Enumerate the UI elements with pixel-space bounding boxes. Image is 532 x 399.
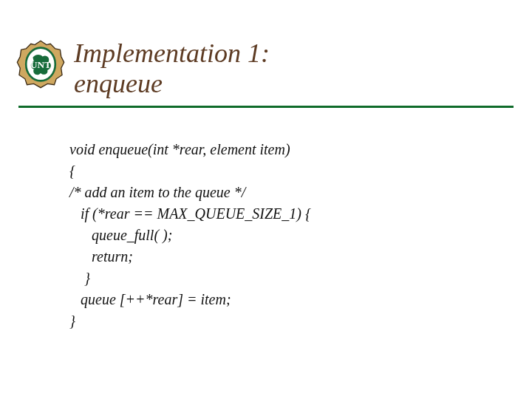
code-line: queue [++*rear] = item; <box>69 291 231 307</box>
title-line-1: Implementation 1: <box>74 38 270 68</box>
code-line: return; <box>69 248 133 265</box>
code-line: queue_full( ); <box>69 227 172 243</box>
code-line: } <box>69 270 90 286</box>
code-block: void enqueue(int *rear, element item) { … <box>69 139 532 332</box>
unt-logo: UNT <box>16 40 65 89</box>
code-line: void enqueue(int *rear, element item) <box>69 141 290 157</box>
slide: UNT Implementation 1: enqueue void enque… <box>0 0 532 399</box>
svg-text:UNT: UNT <box>30 59 51 70</box>
code-line: } <box>69 313 75 329</box>
title-underline <box>18 106 514 108</box>
slide-title: Implementation 1: enqueue <box>74 38 502 100</box>
title-line-2: enqueue <box>74 69 163 98</box>
code-line: { <box>69 163 75 179</box>
code-line: if (*rear == MAX_QUEUE_SIZE_1) { <box>69 205 311 222</box>
code-line: /* add an item to the queue */ <box>69 184 245 200</box>
slide-header: UNT Implementation 1: enqueue <box>0 0 532 100</box>
